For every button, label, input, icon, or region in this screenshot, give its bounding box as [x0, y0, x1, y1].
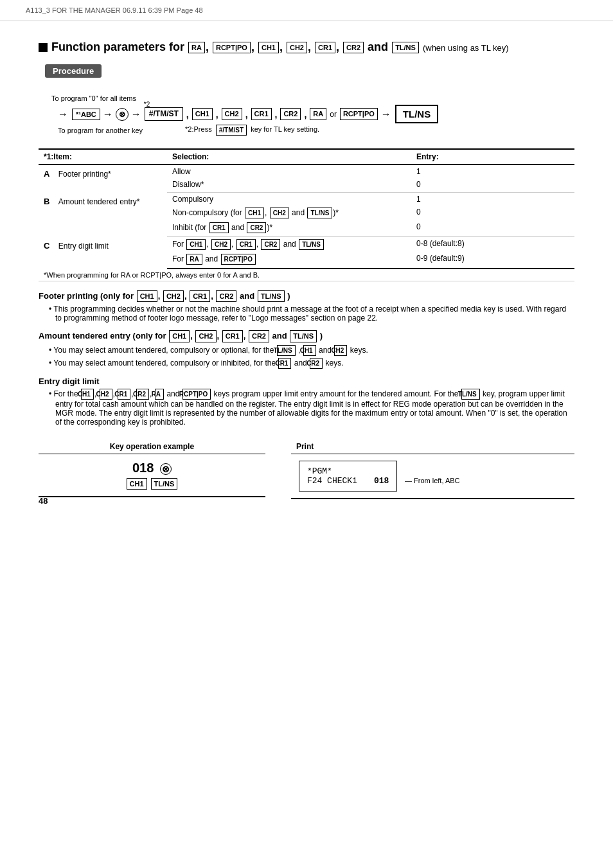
key-ra-flow: RA [310, 108, 326, 120]
key-op-value: 018 [132, 461, 154, 475]
abc-key: *¹ABC [72, 109, 100, 120]
section-title: Function parameters for RA, RCPT|PO, CH1… [39, 40, 574, 54]
selection-ch1-cr2: For CH1, CH2, CR1, CR2 and TL/NS [167, 237, 411, 252]
to-program-zero-label: To program "0" for all items [51, 94, 574, 102]
page-number: 48 [39, 496, 48, 506]
entry-digit-title: Entry digit limit [39, 376, 574, 386]
entry-digit-text: • For the CH1, CH2, CR1, CR2, RA and RCP… [49, 389, 574, 427]
table-row: C Entry digit limit For CH1, CH2, CR1, C… [39, 237, 574, 252]
selection-non-compulsory: Non-compulsory (for CH1, CH2 and TL/NS)* [167, 206, 411, 220]
entry-ch1-cr2: 0-8 (default:8) [411, 237, 574, 252]
amount-tendered-section: Amount tendered entry (only for CH1, CH2… [39, 330, 574, 368]
comma-2: , [216, 109, 218, 120]
key-ch2-flow: CH2 [222, 108, 242, 120]
key-rcptpo-flow: RCPT|PO [340, 108, 378, 120]
key-ra: RA [188, 42, 205, 53]
key-cr1-flow: CR1 [251, 108, 272, 120]
table-row: A Footer printing* Allow 1 [39, 164, 574, 178]
to-program-another-label: To program for another key [58, 127, 143, 134]
page-header: A113_3 FOR THE MANAGER 06.9.11 6:39 PM P… [0, 0, 613, 21]
print-box: *PGM* F24 CHECK1 018 [299, 461, 397, 492]
entry-inhibit: 0 [411, 220, 574, 237]
key-ch1-flow: CH1 [192, 108, 213, 120]
procedure-badge: Procedure [45, 64, 102, 78]
arrow-in: → [58, 109, 68, 120]
selection-disallow: Disallow* [167, 178, 411, 193]
item-b-text: Amount tendered entry* [58, 197, 140, 206]
entry-disallow: 0 [411, 178, 574, 193]
note-press-text: *2:Press #/TM/ST key for TL key setting. [185, 125, 319, 136]
key-ch1-op: CH1 [127, 478, 147, 490]
key-op-content: 018 ⊗ CH1 TL/NS [39, 454, 265, 496]
print-line2-row: F24 CHECK1 018 [307, 476, 389, 486]
key-tlns-large: TL/NS [395, 105, 438, 123]
amount-tendered-title: Amount tendered entry (only for CH1, CH2… [39, 330, 574, 342]
from-left-abc: — From left, ABC [405, 477, 460, 484]
table-note: *When programming for RA or RCPT|PO, alw… [39, 269, 574, 281]
section-body: Footer printing (only for CH1, CH2, CR1,… [39, 290, 574, 499]
selection-inhibit: Inhibit (for CR1 and CR2)* [167, 220, 411, 237]
key-tlns: TL/NS [392, 42, 419, 53]
entry-allow: 1 [411, 164, 574, 178]
item-letter-b: B [44, 197, 49, 206]
entry-digit-section: Entry digit limit • For the CH1, CH2, CR… [39, 376, 574, 427]
key-tmst: #/TM/ST [145, 107, 183, 121]
comma-5: , [304, 109, 306, 120]
item-letter-c: C [44, 241, 49, 251]
key-cr2: CR2 [343, 42, 364, 53]
selection-allow: Allow [167, 164, 411, 178]
key-op-title: Key operation example [39, 439, 265, 454]
circle-x-icon: ⊗ [116, 108, 129, 121]
key-ch1: CH1 [258, 42, 279, 53]
params-table-section: *1:Item: Selection: Entry: A Footer prin… [39, 148, 574, 281]
key-cr2-flow: CR2 [280, 108, 301, 120]
print-value: 018 [374, 476, 389, 486]
key-tlns-op: TL/NS [151, 478, 178, 490]
entry-compulsory: 1 [411, 193, 574, 206]
col1-header: *1:Item: [39, 149, 167, 164]
print-line1: *PGM* [307, 466, 389, 476]
item-c-text: Entry digit limit [58, 242, 109, 251]
footer-printing-title: Footer printing (only for CH1, CH2, CR1,… [39, 290, 574, 302]
item-a-text: Footer printing* [58, 170, 111, 179]
circle-x-op: ⊗ [160, 463, 172, 475]
footer-printing-section: Footer printing (only for CH1, CH2, CR1,… [39, 290, 574, 323]
item-letter-a: A [44, 169, 49, 179]
amount-tendered-bullet1: • You may select amount tendered, compul… [49, 345, 574, 356]
amount-tendered-bullet2: • You may select amount tendered, compul… [49, 358, 574, 369]
table-row: B Amount tendered entry* Compulsory 1 [39, 193, 574, 206]
arrow-4: → [381, 109, 391, 120]
note2-superscript: *2 [144, 101, 150, 108]
comma-1: , [186, 109, 189, 120]
arrow-2: → [103, 109, 113, 120]
comma-4: , [275, 109, 278, 120]
comma-3: , [245, 109, 248, 120]
key-operation-section: Key operation example 018 ⊗ CH1 TL/NS [39, 439, 574, 499]
key-tmst-note: #/TM/ST [216, 125, 247, 136]
params-table: *1:Item: Selection: Entry: A Footer prin… [39, 148, 574, 281]
col3-header: Entry: [411, 149, 574, 164]
title-text: Function parameters for RA, RCPT|PO, CH1… [51, 40, 509, 54]
key-ch2: CH2 [287, 42, 307, 53]
key-cr1: CR1 [315, 42, 335, 53]
col2-header: Selection: [167, 149, 411, 164]
print-label: F24 CHECK1 [307, 476, 357, 486]
black-square-icon [39, 43, 48, 52]
print-title: Print [291, 439, 574, 454]
key-rcptpo: RCPT|PO [213, 42, 251, 53]
print-content: *PGM* F24 CHECK1 018 — From left, ABC [291, 454, 574, 498]
selection-compulsory: Compulsory [167, 193, 411, 206]
footer-printing-text: • This programming decides whether or no… [49, 305, 574, 323]
selection-ra-rcpt: For RA and RCPT|PO [167, 252, 411, 269]
or-text: or [330, 110, 337, 119]
table-row-note: *When programming for RA or RCPT|PO, alw… [39, 269, 574, 281]
diagram-area: To program "0" for all items → *¹ABC → ⊗… [51, 94, 574, 136]
entry-non-compulsory: 0 [411, 206, 574, 220]
entry-ra-rcpt: 0-9 (default:9) [411, 252, 574, 269]
arrow-3: → [131, 109, 141, 120]
